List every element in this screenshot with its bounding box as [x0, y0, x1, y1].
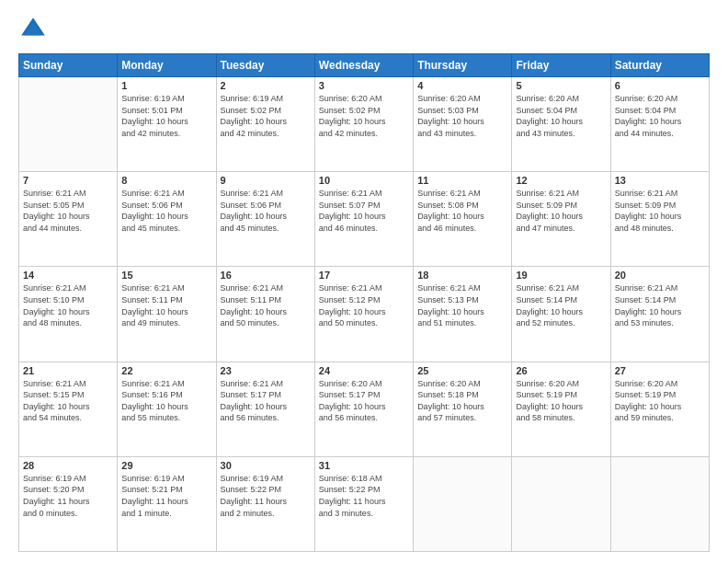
- day-info: Sunrise: 6:20 AM Sunset: 5:19 PM Dayligh…: [615, 378, 705, 424]
- day-number: 7: [23, 175, 113, 186]
- day-cell: 6Sunrise: 6:20 AM Sunset: 5:04 PM Daylig…: [610, 77, 709, 172]
- day-number: 28: [23, 460, 113, 471]
- column-header-saturday: Saturday: [610, 54, 709, 77]
- day-number: 22: [121, 365, 211, 376]
- day-cell: 4Sunrise: 6:20 AM Sunset: 5:03 PM Daylig…: [414, 77, 512, 172]
- day-number: 14: [23, 270, 113, 281]
- day-number: 21: [23, 365, 113, 376]
- day-cell: 29Sunrise: 6:19 AM Sunset: 5:21 PM Dayli…: [118, 456, 216, 551]
- day-cell: 17Sunrise: 6:21 AM Sunset: 5:12 PM Dayli…: [314, 267, 413, 362]
- day-cell: 8Sunrise: 6:21 AM Sunset: 5:06 PM Daylig…: [118, 172, 216, 267]
- day-info: Sunrise: 6:21 AM Sunset: 5:08 PM Dayligh…: [417, 188, 507, 234]
- day-info: Sunrise: 6:21 AM Sunset: 5:17 PM Dayligh…: [221, 378, 311, 424]
- day-info: Sunrise: 6:21 AM Sunset: 5:11 PM Dayligh…: [121, 282, 211, 328]
- day-number: 25: [417, 365, 507, 376]
- week-row-2: 7Sunrise: 6:21 AM Sunset: 5:05 PM Daylig…: [19, 172, 710, 267]
- day-info: Sunrise: 6:21 AM Sunset: 5:07 PM Dayligh…: [319, 188, 409, 234]
- day-cell: 14Sunrise: 6:21 AM Sunset: 5:10 PM Dayli…: [19, 267, 118, 362]
- day-info: Sunrise: 6:20 AM Sunset: 5:03 PM Dayligh…: [417, 93, 507, 139]
- day-cell: 3Sunrise: 6:20 AM Sunset: 5:02 PM Daylig…: [314, 77, 413, 172]
- day-info: Sunrise: 6:21 AM Sunset: 5:14 PM Dayligh…: [615, 282, 705, 328]
- day-number: 18: [417, 270, 507, 281]
- day-number: 13: [615, 175, 705, 186]
- day-info: Sunrise: 6:20 AM Sunset: 5:02 PM Dayligh…: [319, 93, 409, 139]
- day-info: Sunrise: 6:21 AM Sunset: 5:09 PM Dayligh…: [516, 188, 606, 234]
- day-cell: 9Sunrise: 6:21 AM Sunset: 5:06 PM Daylig…: [216, 172, 314, 267]
- day-cell: 5Sunrise: 6:20 AM Sunset: 5:04 PM Daylig…: [512, 77, 610, 172]
- day-info: Sunrise: 6:21 AM Sunset: 5:11 PM Dayligh…: [221, 282, 311, 328]
- calendar-table: SundayMondayTuesdayWednesdayThursdayFrid…: [18, 53, 710, 552]
- day-cell: 26Sunrise: 6:20 AM Sunset: 5:19 PM Dayli…: [512, 362, 610, 456]
- header-row: SundayMondayTuesdayWednesdayThursdayFrid…: [19, 54, 710, 77]
- day-number: 1: [121, 80, 211, 91]
- day-number: 5: [516, 80, 606, 91]
- column-header-sunday: Sunday: [19, 54, 118, 77]
- day-info: Sunrise: 6:19 AM Sunset: 5:22 PM Dayligh…: [221, 473, 311, 519]
- week-row-3: 14Sunrise: 6:21 AM Sunset: 5:10 PM Dayli…: [19, 267, 710, 362]
- day-info: Sunrise: 6:21 AM Sunset: 5:09 PM Dayligh…: [615, 188, 705, 234]
- day-number: 10: [319, 175, 409, 186]
- day-number: 24: [319, 365, 409, 376]
- day-cell: [610, 456, 709, 551]
- day-number: 27: [615, 365, 705, 376]
- day-cell: 16Sunrise: 6:21 AM Sunset: 5:11 PM Dayli…: [216, 267, 314, 362]
- day-cell: 13Sunrise: 6:21 AM Sunset: 5:09 PM Dayli…: [610, 172, 709, 267]
- day-info: Sunrise: 6:21 AM Sunset: 5:06 PM Dayligh…: [221, 188, 311, 234]
- day-number: 19: [516, 270, 606, 281]
- day-number: 17: [319, 270, 409, 281]
- day-cell: 28Sunrise: 6:19 AM Sunset: 5:20 PM Dayli…: [19, 456, 118, 551]
- day-info: Sunrise: 6:21 AM Sunset: 5:10 PM Dayligh…: [23, 282, 113, 328]
- day-info: Sunrise: 6:21 AM Sunset: 5:15 PM Dayligh…: [23, 378, 113, 424]
- day-info: Sunrise: 6:21 AM Sunset: 5:06 PM Dayligh…: [121, 188, 211, 234]
- logo: [18, 15, 51, 44]
- day-number: 6: [615, 80, 705, 91]
- day-number: 11: [417, 175, 507, 186]
- day-cell: 21Sunrise: 6:21 AM Sunset: 5:15 PM Dayli…: [19, 362, 118, 456]
- day-info: Sunrise: 6:19 AM Sunset: 5:01 PM Dayligh…: [121, 93, 211, 139]
- day-number: 8: [121, 175, 211, 186]
- day-cell: [414, 456, 512, 551]
- day-cell: 2Sunrise: 6:19 AM Sunset: 5:02 PM Daylig…: [216, 77, 314, 172]
- day-info: Sunrise: 6:20 AM Sunset: 5:18 PM Dayligh…: [417, 378, 507, 424]
- header: [18, 15, 710, 44]
- day-cell: 12Sunrise: 6:21 AM Sunset: 5:09 PM Dayli…: [512, 172, 610, 267]
- day-number: 31: [319, 460, 409, 471]
- day-info: Sunrise: 6:18 AM Sunset: 5:22 PM Dayligh…: [319, 473, 409, 519]
- column-header-monday: Monday: [118, 54, 216, 77]
- day-number: 20: [615, 270, 705, 281]
- week-row-1: 1Sunrise: 6:19 AM Sunset: 5:01 PM Daylig…: [19, 77, 710, 172]
- day-info: Sunrise: 6:20 AM Sunset: 5:04 PM Dayligh…: [615, 93, 705, 139]
- column-header-wednesday: Wednesday: [314, 54, 413, 77]
- day-cell: 19Sunrise: 6:21 AM Sunset: 5:14 PM Dayli…: [512, 267, 610, 362]
- day-number: 23: [221, 365, 311, 376]
- day-info: Sunrise: 6:21 AM Sunset: 5:13 PM Dayligh…: [417, 282, 507, 328]
- day-cell: 27Sunrise: 6:20 AM Sunset: 5:19 PM Dayli…: [610, 362, 709, 456]
- day-number: 9: [221, 175, 311, 186]
- day-cell: 30Sunrise: 6:19 AM Sunset: 5:22 PM Dayli…: [216, 456, 314, 551]
- day-info: Sunrise: 6:21 AM Sunset: 5:05 PM Dayligh…: [23, 188, 113, 234]
- day-info: Sunrise: 6:20 AM Sunset: 5:17 PM Dayligh…: [319, 378, 409, 424]
- day-info: Sunrise: 6:21 AM Sunset: 5:14 PM Dayligh…: [516, 282, 606, 328]
- day-cell: 1Sunrise: 6:19 AM Sunset: 5:01 PM Daylig…: [118, 77, 216, 172]
- day-cell: 20Sunrise: 6:21 AM Sunset: 5:14 PM Dayli…: [610, 267, 709, 362]
- day-cell: 7Sunrise: 6:21 AM Sunset: 5:05 PM Daylig…: [19, 172, 118, 267]
- day-info: Sunrise: 6:21 AM Sunset: 5:12 PM Dayligh…: [319, 282, 409, 328]
- day-cell: 25Sunrise: 6:20 AM Sunset: 5:18 PM Dayli…: [414, 362, 512, 456]
- day-cell: 18Sunrise: 6:21 AM Sunset: 5:13 PM Dayli…: [414, 267, 512, 362]
- day-cell: [19, 77, 118, 172]
- day-info: Sunrise: 6:19 AM Sunset: 5:20 PM Dayligh…: [23, 473, 113, 519]
- column-header-tuesday: Tuesday: [216, 54, 314, 77]
- day-number: 29: [121, 460, 211, 471]
- day-number: 2: [221, 80, 311, 91]
- day-cell: 10Sunrise: 6:21 AM Sunset: 5:07 PM Dayli…: [314, 172, 413, 267]
- day-info: Sunrise: 6:20 AM Sunset: 5:04 PM Dayligh…: [516, 93, 606, 139]
- day-info: Sunrise: 6:19 AM Sunset: 5:02 PM Dayligh…: [221, 93, 311, 139]
- day-number: 4: [417, 80, 507, 91]
- day-info: Sunrise: 6:20 AM Sunset: 5:19 PM Dayligh…: [516, 378, 606, 424]
- logo-icon: [18, 15, 48, 44]
- day-number: 30: [221, 460, 311, 471]
- week-row-5: 28Sunrise: 6:19 AM Sunset: 5:20 PM Dayli…: [19, 456, 710, 551]
- day-cell: [512, 456, 610, 551]
- day-info: Sunrise: 6:19 AM Sunset: 5:21 PM Dayligh…: [121, 473, 211, 519]
- day-cell: 24Sunrise: 6:20 AM Sunset: 5:17 PM Dayli…: [314, 362, 413, 456]
